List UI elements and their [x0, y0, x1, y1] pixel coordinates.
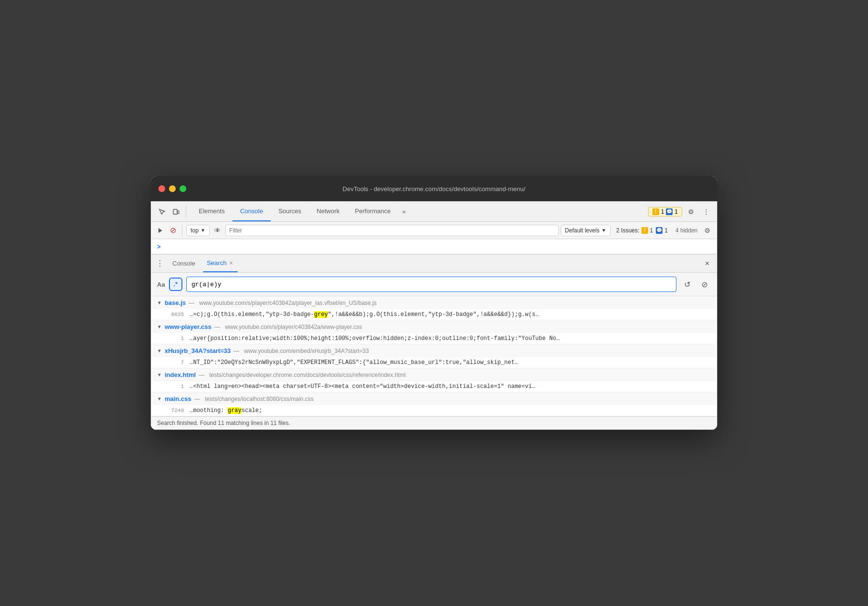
tab-sources[interactable]: Sources: [271, 202, 309, 221]
result-line[interactable]: 1 …<html lang=en><head><meta charset=UTF…: [151, 381, 717, 392]
more-tabs-button[interactable]: »: [398, 202, 410, 221]
search-input[interactable]: [186, 277, 676, 292]
log-levels-button[interactable]: Default levels ▼: [561, 225, 611, 236]
issues-warn-icon: !: [641, 227, 648, 234]
line-content: …<html lang=en><head><meta charset=UTF-8…: [190, 383, 535, 390]
clear-console-button[interactable]: ⊘: [168, 225, 178, 236]
toolbar-separator-1: [186, 206, 186, 218]
line-number: 1: [165, 384, 184, 389]
inspector-icon[interactable]: [155, 205, 169, 218]
hidden-count: 4 hidden: [674, 227, 699, 234]
file-name: index.html: [165, 371, 196, 378]
panel-tab-search[interactable]: Search ×: [203, 255, 238, 272]
chevron-icon: ▼: [157, 300, 162, 305]
issues-count-area[interactable]: 2 Issues: ! 1 💬 1: [613, 226, 672, 235]
cancel-search-button[interactable]: ⊘: [698, 278, 711, 291]
file-group-www-player-css: ▼ www-player.css — www.youtube.com/s/pla…: [151, 320, 717, 344]
console-settings-button[interactable]: ⚙: [701, 225, 713, 236]
close-button[interactable]: [158, 185, 165, 192]
info-count: 1: [675, 208, 678, 215]
svg-rect-0: [173, 209, 177, 214]
file-separator: —: [234, 348, 240, 354]
line-number: 1: [165, 336, 184, 341]
file-separator: —: [194, 396, 200, 402]
issues-badge[interactable]: ! 1 💬 1: [648, 207, 682, 217]
file-group-index-html: ▼ index.html — tests/changes/developer.c…: [151, 368, 717, 392]
svg-marker-2: [158, 228, 162, 233]
file-group-xhusjrb: ▼ xHusjrb_34A?start=33 — www.youtube.com…: [151, 344, 717, 368]
search-tab-close-icon[interactable]: ×: [229, 260, 234, 267]
window-controls: [158, 185, 186, 192]
console-prompt-arrow[interactable]: >: [157, 243, 161, 250]
panel-menu-icon[interactable]: ⋮: [155, 259, 165, 268]
toolbar-separator-2: [182, 225, 182, 236]
tab-elements[interactable]: Elements: [191, 202, 232, 221]
file-url: tests/changes/developer.chrome.com/docs/…: [209, 372, 406, 378]
file-name: xHusjrb_34A?start=33: [165, 347, 231, 354]
search-panel-header: ⋮ Console Search × ×: [151, 255, 717, 273]
dropdown-arrow-icon: ▼: [201, 228, 205, 233]
levels-dropdown-icon: ▼: [602, 228, 606, 233]
results-area: ▼ base.js — www.youtube.com/s/player/c40…: [151, 296, 717, 416]
maximize-button[interactable]: [180, 185, 186, 192]
search-input-row: Aa .* ↺ ⊘: [151, 273, 717, 296]
file-header-xhusjrb[interactable]: ▼ xHusjrb_34A?start=33 — www.youtube.com…: [151, 344, 717, 357]
file-separator: —: [189, 300, 194, 306]
refresh-search-button[interactable]: ↺: [680, 278, 694, 291]
devtools-window: DevTools - developer.chrome.com/docs/dev…: [151, 176, 717, 430]
file-url: www.youtube.com/s/player/c403842a/player…: [199, 300, 377, 306]
file-url: www.youtube.com/s/player/c403842a/www-pl…: [225, 324, 362, 330]
file-header-www-player-css[interactable]: ▼ www-player.css — www.youtube.com/s/pla…: [151, 320, 717, 333]
warn-icon: !: [652, 208, 659, 215]
status-bar: Search finished. Found 11 matching lines…: [151, 416, 717, 429]
file-group-main-css: ▼ main.css — tests/changes/localhost:808…: [151, 392, 717, 416]
tab-network[interactable]: Network: [309, 202, 348, 221]
result-line[interactable]: 7249 …moothing: grayscale;: [151, 405, 717, 416]
chevron-icon: ▼: [157, 324, 162, 329]
file-header-main-css[interactable]: ▼ main.css — tests/changes/localhost:808…: [151, 392, 717, 405]
execute-button[interactable]: [155, 225, 166, 236]
regex-button[interactable]: .*: [169, 278, 182, 291]
tab-console[interactable]: Console: [232, 202, 271, 221]
file-separator: —: [199, 372, 205, 378]
console-toolbar: ⊘ top ▼ 👁 Default levels ▼ 2 Issues: ! 1…: [151, 222, 717, 239]
line-number: 8635: [165, 312, 184, 317]
status-text: Search finished. Found 11 matching lines…: [157, 420, 290, 426]
console-prompt-area: >: [151, 239, 717, 254]
info-icon: 💬: [666, 208, 673, 215]
settings-button[interactable]: ⚙: [684, 205, 698, 218]
panel-tab-console[interactable]: Console: [169, 255, 199, 272]
match-case-button[interactable]: Aa: [157, 281, 165, 288]
window-title: DevTools - developer.chrome.com/docs/dev…: [343, 185, 526, 193]
toolbar-right: ! 1 💬 1 ⚙ ⋮: [648, 205, 713, 218]
more-options-button[interactable]: ⋮: [699, 205, 713, 218]
file-header-base-js[interactable]: ▼ base.js — www.youtube.com/s/player/c40…: [151, 296, 717, 309]
file-header-index-html[interactable]: ▼ index.html — tests/changes/developer.c…: [151, 368, 717, 381]
line-content: …ayer{position:relative;width:100%;heigh…: [190, 335, 560, 342]
result-line[interactable]: 7 …NT_ID":"2OeQYs2rNcSnW8yxpLgD","EXPERI…: [151, 357, 717, 368]
line-content: …moothing: grayscale;: [190, 407, 262, 414]
result-line[interactable]: 1 …ayer{position:relative;width:100%;hei…: [151, 333, 717, 344]
issues-info-icon: 💬: [656, 227, 663, 234]
file-url: www.youtube.com/embed/xHusjrb_34A?start=…: [244, 348, 369, 354]
file-group-base-js: ▼ base.js — www.youtube.com/s/player/c40…: [151, 296, 717, 320]
line-number: 7249: [165, 408, 184, 413]
warn-count: 1: [661, 208, 664, 215]
file-name: main.css: [165, 395, 192, 402]
frame-selector[interactable]: top ▼: [186, 225, 210, 236]
svg-rect-1: [178, 211, 179, 214]
minimize-button[interactable]: [169, 185, 176, 192]
search-panel: ⋮ Console Search × × Aa .* ↺ ⊘: [151, 254, 717, 429]
filter-input[interactable]: [225, 225, 559, 236]
file-name: base.js: [165, 299, 186, 306]
devtools-panel: Elements Console Sources Network Perform…: [151, 201, 717, 430]
panel-close-button[interactable]: ×: [701, 258, 713, 269]
device-icon[interactable]: [169, 205, 183, 218]
line-content: …=c);g.O(this.element,"ytp-3d-badge-grey…: [190, 311, 539, 318]
tab-performance[interactable]: Performance: [347, 202, 398, 221]
file-url: tests/changes/localhost:8080/css/main.cs…: [205, 396, 314, 402]
file-separator: —: [214, 324, 220, 330]
chevron-icon: ▼: [157, 396, 162, 401]
result-line[interactable]: 8635 …=c);g.O(this.element,"ytp-3d-badge…: [151, 309, 717, 320]
eye-button[interactable]: 👁: [212, 225, 223, 236]
